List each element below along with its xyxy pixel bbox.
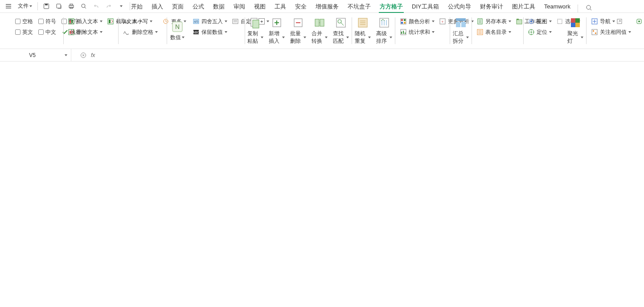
ribbon-big-button[interactable]: 新增插入 — [266, 15, 287, 47]
checkbox-icon — [38, 29, 44, 35]
ribbon-item[interactable]: A␣删除空格 — [123, 27, 158, 37]
ribbon-checkbox[interactable]: 中文 — [38, 27, 56, 37]
save-as-icon[interactable] — [54, 1, 64, 11]
item-icon — [400, 29, 407, 36]
chevron-down-icon — [304, 37, 306, 38]
cancel-formula-icon[interactable] — [80, 52, 86, 58]
menu-tab[interactable]: 审阅 — [229, 1, 250, 12]
ribbon-big-button[interactable]: 高级排序 — [373, 15, 395, 47]
search-icon[interactable] — [584, 3, 594, 12]
svg-text:ABC: ABC — [193, 31, 199, 34]
ribbon-big-button[interactable]: 随机重复 — [352, 15, 373, 47]
big-icon — [271, 16, 283, 29]
ribbon-group-sheet: 另存本表表名目录工作表 — [472, 15, 523, 47]
svg-point-53 — [531, 32, 532, 33]
ribbon-group-view: 视图定位选择 — [523, 15, 565, 47]
ribbon-numeric-button[interactable]: N 数值 — [167, 15, 188, 47]
fx-label[interactable]: fx — [91, 52, 95, 58]
ribbon-big-row: 复制粘贴新增插入批量删除合并转换查找匹配 — [245, 15, 352, 47]
svg-rect-48 — [517, 20, 522, 24]
svg-rect-56 — [575, 18, 580, 23]
ribbon-checkbox[interactable]: 英文 — [15, 27, 33, 37]
menu-tab[interactable]: 视图 — [250, 1, 270, 12]
launcher-icon[interactable] — [617, 19, 622, 24]
menu-tab[interactable]: 不坑盒子 — [343, 1, 375, 12]
ribbon-spotlight-button[interactable]: 聚光灯 — [565, 15, 586, 47]
menu-tab[interactable]: 公式 — [188, 1, 209, 12]
ribbon-checkbox[interactable]: 符号 — [38, 16, 56, 26]
ribbon-item[interactable]: ABC保留数值 — [193, 27, 227, 37]
ribbon-big-button[interactable]: 批量删除 — [287, 15, 309, 47]
undo-icon[interactable] — [91, 1, 101, 11]
svg-rect-62 — [593, 30, 594, 32]
ribbon-big-row: 随机重复高级排序 — [352, 15, 395, 47]
svg-point-65 — [638, 20, 640, 22]
chevron-down-icon — [182, 37, 185, 38]
item-icon: A␣ — [123, 29, 130, 36]
menu-tab[interactable]: 财务审计 — [476, 1, 508, 12]
svg-text:4/5: 4/5 — [194, 20, 198, 23]
ribbon-summary-label: 汇总拆分 — [453, 30, 465, 45]
menu-tab[interactable]: 插入 — [147, 1, 168, 12]
item-icon — [107, 18, 114, 25]
file-menu[interactable]: 文件 — [16, 1, 34, 11]
svg-rect-11 — [69, 29, 74, 35]
menu-tab[interactable]: 公式向导 — [443, 1, 476, 12]
ribbon-summary-button[interactable]: 汇总拆分 — [450, 15, 472, 47]
ribbon-item[interactable]: 导航 — [591, 16, 631, 26]
ribbon-item[interactable]: 定位 — [528, 27, 552, 37]
menu-tab[interactable]: 页面 — [168, 1, 188, 12]
ribbon-item[interactable]: 记忆 — [636, 16, 644, 26]
ribbon-big-button[interactable]: 查找匹配 — [330, 15, 352, 47]
chevron-down-icon — [509, 20, 511, 22]
ribbon-item[interactable]: 4/5四舍五入 — [193, 16, 227, 26]
ribbon-checkbox[interactable]: 空格 — [15, 16, 33, 26]
ribbon-item[interactable]: 颜色分析 — [400, 16, 435, 26]
ribbon-big-button[interactable]: 复制粘贴 — [245, 15, 266, 47]
ribbon-item[interactable]: 删除文本 — [68, 27, 103, 37]
ribbon-item[interactable]: 关注相同值 — [591, 27, 631, 37]
menu-tab[interactable]: 安全 — [291, 1, 311, 12]
formula-bar: V5 fx — [0, 49, 644, 61]
ribbon-big-button[interactable]: 合并转换 — [309, 15, 330, 47]
menu-tab[interactable]: 方方格子 — [375, 1, 407, 12]
svg-rect-12 — [70, 31, 71, 34]
menu-tab[interactable]: DIY工具箱 — [407, 1, 443, 12]
menu-tab[interactable]: 开始 — [127, 1, 147, 12]
svg-point-6 — [82, 4, 85, 8]
menu-tab[interactable]: 图片工具 — [508, 1, 540, 12]
ribbon-item[interactable]: 统计求和 — [400, 27, 435, 37]
svg-rect-10 — [71, 20, 73, 23]
svg-rect-39 — [404, 22, 406, 24]
svg-rect-55 — [571, 18, 575, 23]
ribbon-item[interactable]: 插入文本 — [68, 16, 103, 26]
svg-point-7 — [587, 5, 591, 9]
ribbon-item[interactable]: 视图 — [528, 16, 552, 26]
print-icon[interactable] — [66, 1, 76, 11]
big-icon — [378, 16, 390, 29]
save-icon[interactable] — [41, 1, 51, 11]
ribbon-item[interactable]: 表名目录 — [476, 27, 511, 37]
menu-tab[interactable]: Teamwork — [540, 1, 575, 12]
print-preview-icon[interactable] — [79, 1, 89, 11]
ribbon-group-numeric: 4/5四舍五入ABC保留数值自定义 + — [188, 15, 244, 47]
svg-rect-37 — [404, 19, 406, 21]
svg-rect-61 — [592, 29, 597, 35]
menu-icon[interactable] — [4, 1, 13, 11]
chevron-down-icon — [432, 31, 435, 33]
menu-tab[interactable]: 数据 — [209, 1, 229, 12]
menu-tab[interactable]: 工具 — [270, 1, 291, 12]
svg-rect-4 — [70, 4, 73, 5]
ribbon-item[interactable]: 另存本表 — [476, 16, 511, 26]
svg-rect-2 — [57, 4, 61, 8]
ribbon-item[interactable]: Aa大小写 — [123, 16, 158, 26]
menu-tab[interactable]: 增值服务 — [311, 1, 343, 12]
item-icon — [528, 18, 535, 25]
svg-rect-44 — [456, 22, 460, 27]
quick-access-more[interactable] — [116, 1, 126, 11]
item-icon — [591, 18, 598, 25]
redo-icon[interactable] — [104, 1, 114, 11]
item-icon — [68, 29, 75, 36]
name-box[interactable]: V5 — [0, 49, 71, 61]
chevron-down-icon — [368, 37, 371, 38]
